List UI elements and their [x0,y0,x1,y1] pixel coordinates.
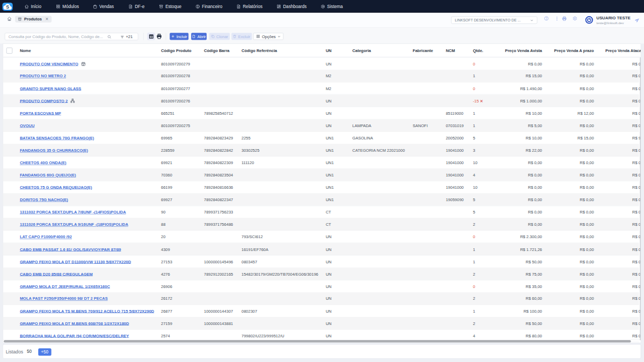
svg-text:S: S [6,4,9,10]
